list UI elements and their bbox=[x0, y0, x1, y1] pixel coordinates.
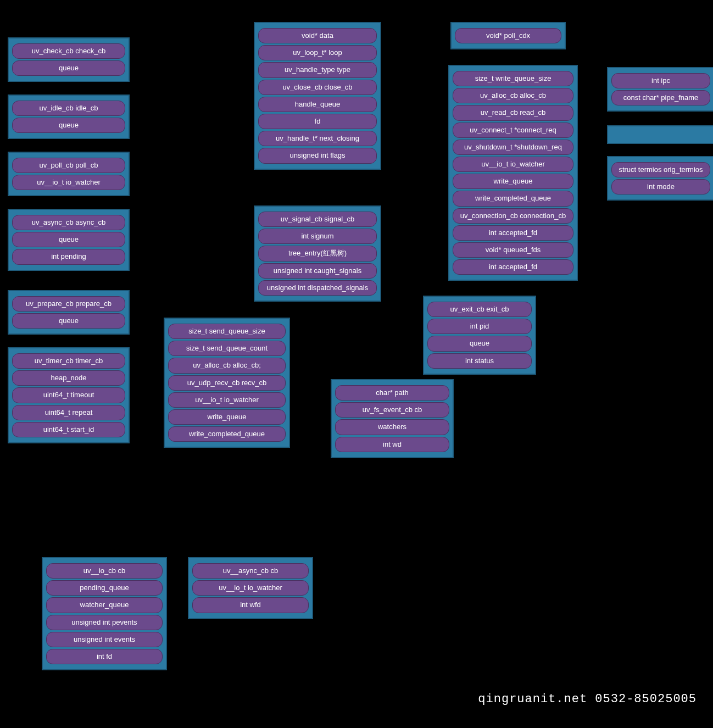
field-timer-3: uint64_t repeat bbox=[12, 405, 125, 420]
field-stream-1: uv_alloc_cb alloc_cb bbox=[453, 88, 573, 103]
field-udp-0: size_t send_queue_size bbox=[168, 324, 286, 339]
struct-box-prepare: uv_prepare_cb prepare_cbqueue bbox=[8, 290, 130, 335]
field-stream-7: write_completed_queue bbox=[453, 191, 573, 206]
field-process-3: int status bbox=[427, 353, 532, 369]
field-poll-0: uv_poll_cb poll_cb bbox=[12, 158, 125, 173]
field-timer-1: heap_node bbox=[12, 370, 125, 386]
field-fsevent-0: char* path bbox=[335, 385, 449, 401]
field-timer-4: uint64_t start_id bbox=[12, 422, 125, 437]
field-timer-0: uv_timer_cb timer_cb bbox=[12, 353, 125, 369]
field-stream-8: uv_connection_cb connection_cb bbox=[453, 208, 573, 224]
field-stream-3: uv_connect_t *connect_req bbox=[453, 123, 573, 138]
field-process-2: queue bbox=[427, 336, 532, 351]
struct-box-check: uv_check_cb check_cbqueue bbox=[8, 37, 130, 82]
field-async2-1: uv__io_t io_watcher bbox=[192, 580, 309, 596]
field-handle-0: void* data bbox=[258, 28, 377, 43]
field-io-4: unsigned int events bbox=[46, 632, 163, 647]
field-stream-5: uv__io_t io_watcher bbox=[453, 157, 573, 172]
struct-box-udp: size_t send_queue_sizesize_t send_queue_… bbox=[164, 318, 290, 448]
field-udp-6: write_completed_queue bbox=[168, 426, 286, 442]
struct-box-process: uv_exit_cb exit_cbint pidqueueint status bbox=[423, 296, 536, 375]
struct-box-io: uv__io_cb cbpending_queuewatcher_queueun… bbox=[42, 557, 167, 670]
field-io-1: pending_queue bbox=[46, 580, 163, 596]
struct-box-async2: uv__async_cb cbuv__io_t io_watcherint wf… bbox=[188, 557, 313, 619]
field-idle-0: uv_idle_cb idle_cb bbox=[12, 101, 125, 116]
struct-box-pipe: int ipcconst char* pipe_fname bbox=[607, 67, 713, 112]
field-async-0: uv_async_cb async_cb bbox=[12, 215, 125, 230]
struct-box-pollcdx: void* poll_cdx bbox=[450, 22, 566, 49]
field-handle-1: uv_loop_t* loop bbox=[258, 45, 377, 60]
field-signal-0: uv_signal_cb signal_cb bbox=[258, 212, 377, 227]
field-io-5: int fd bbox=[46, 649, 163, 664]
field-prepare-1: queue bbox=[12, 313, 125, 329]
struct-box-idle: uv_idle_cb idle_cbqueue bbox=[8, 95, 130, 139]
field-timer-2: uint64_t timeout bbox=[12, 387, 125, 403]
field-io-3: unsigned int pevents bbox=[46, 615, 163, 630]
field-stream-2: uv_read_cb read_cb bbox=[453, 105, 573, 120]
struct-box-signal: uv_signal_cb signal_cbint signumtree_ent… bbox=[254, 205, 381, 302]
field-stream-6: write_queue bbox=[453, 174, 573, 189]
field-signal-2: tree_entry(红黑树) bbox=[258, 246, 377, 261]
field-handle-4: handle_queue bbox=[258, 97, 377, 112]
field-handle-6: uv_handle_t* next_closing bbox=[258, 131, 377, 146]
field-signal-1: int signum bbox=[258, 229, 377, 244]
struct-box-fsevent: char* pathuv_fs_event_cb cbwatchersint w… bbox=[331, 379, 454, 458]
field-tty-0: struct termios orig_termios bbox=[611, 162, 710, 177]
field-poll-1: uv__io_t io_watcher bbox=[12, 175, 125, 190]
field-check-0: uv_check_cb check_cb bbox=[12, 43, 125, 59]
field-fsevent-3: int wd bbox=[335, 437, 449, 452]
field-check-1: queue bbox=[12, 60, 125, 76]
struct-box-timer: uv_timer_cb timer_cbheap_nodeuint64_t ti… bbox=[8, 347, 130, 443]
field-prepare-0: uv_prepare_cb prepare_cb bbox=[12, 296, 125, 312]
struct-box-tty: struct termios orig_termiosint mode bbox=[607, 156, 713, 201]
field-process-1: int pid bbox=[427, 319, 532, 334]
field-stream-4: uv_shutdown_t *shutdown_req bbox=[453, 140, 573, 155]
field-handle-7: unsigned int flags bbox=[258, 148, 377, 163]
field-fsevent-1: uv_fs_event_cb cb bbox=[335, 402, 449, 418]
struct-box-handle: void* datauv_loop_t* loopuv_handle_type … bbox=[254, 22, 381, 170]
field-udp-5: write_queue bbox=[168, 409, 286, 425]
field-async-1: queue bbox=[12, 232, 125, 247]
field-fsevent-2: watchers bbox=[335, 419, 449, 435]
struct-box-stream: size_t write_queue_sizeuv_alloc_cb alloc… bbox=[448, 65, 578, 281]
field-handle-2: uv_handle_type type bbox=[258, 62, 377, 77]
field-udp-3: uv_udp_recv_cb recv_cb bbox=[168, 375, 286, 391]
field-udp-2: uv_alloc_cb alloc_cb; bbox=[168, 358, 286, 373]
field-idle-1: queue bbox=[12, 118, 125, 133]
field-io-0: uv__io_cb cb bbox=[46, 563, 163, 579]
field-udp-1: size_t send_queue_count bbox=[168, 341, 286, 356]
field-pollcdx-0: void* poll_cdx bbox=[455, 28, 561, 43]
field-async2-2: int wfd bbox=[192, 597, 309, 613]
struct-box-tcp bbox=[607, 125, 713, 144]
field-handle-3: uv_close_cb close_cb bbox=[258, 80, 377, 95]
field-async-2: int pending bbox=[12, 249, 125, 264]
field-stream-11: int accepted_fd bbox=[453, 259, 573, 275]
field-signal-4: unsigned int dispatched_signals bbox=[258, 280, 377, 296]
field-io-2: watcher_queue bbox=[46, 597, 163, 613]
field-pipe-1: const char* pipe_fname bbox=[611, 90, 710, 105]
field-process-0: uv_exit_cb exit_cb bbox=[427, 302, 532, 317]
field-tty-1: int mode bbox=[611, 179, 710, 194]
field-stream-0: size_t write_queue_size bbox=[453, 71, 573, 86]
field-stream-9: int accepted_fd bbox=[453, 225, 573, 241]
struct-box-async: uv_async_cb async_cbqueueint pending bbox=[8, 209, 130, 271]
field-stream-10: void* queued_fds bbox=[453, 242, 573, 258]
field-udp-4: uv__io_t io_watcher bbox=[168, 392, 286, 408]
watermark: qingruanit.net 0532-85025005 bbox=[478, 692, 697, 706]
field-handle-5: fd bbox=[258, 114, 377, 129]
field-signal-3: unsigned int caught_signals bbox=[258, 263, 377, 279]
struct-box-poll: uv_poll_cb poll_cbuv__io_t io_watcher bbox=[8, 152, 130, 196]
field-async2-0: uv__async_cb cb bbox=[192, 563, 309, 579]
field-pipe-0: int ipc bbox=[611, 73, 710, 88]
